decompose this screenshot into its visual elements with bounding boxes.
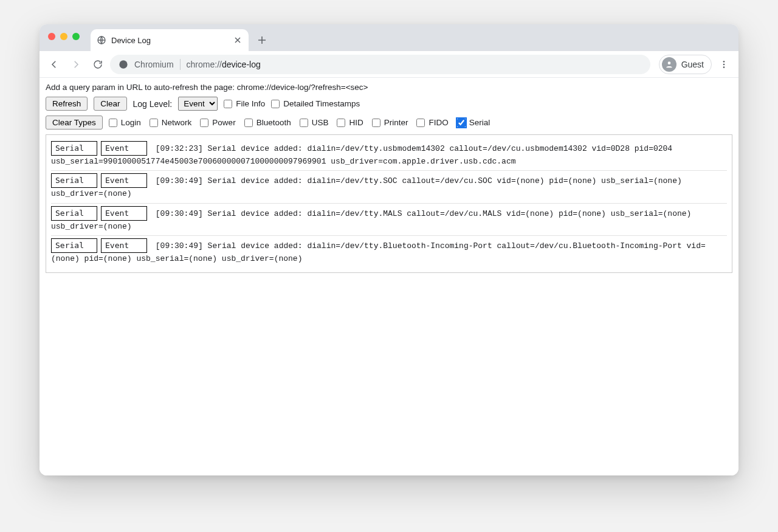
tab-strip: Device Log bbox=[40, 24, 738, 51]
window-maximize-button[interactable] bbox=[72, 33, 80, 40]
profile-label: Guest bbox=[681, 60, 704, 69]
type-checkbox-serial[interactable]: Serial bbox=[457, 118, 491, 127]
log-level-select[interactable]: Event bbox=[178, 97, 218, 111]
type-checkbox-text-hid: HID bbox=[349, 118, 363, 127]
avatar-icon bbox=[662, 57, 676, 72]
type-checkbox-login[interactable]: Login bbox=[109, 118, 141, 127]
refresh-button[interactable]: Refresh bbox=[46, 97, 88, 111]
log-entry: SerialEvent [09:30:49] Serial device add… bbox=[51, 170, 727, 202]
type-checkbox-printer[interactable]: Printer bbox=[372, 118, 408, 127]
log-entry: SerialEvent [09:30:49] Serial device add… bbox=[51, 235, 727, 268]
log-category-tag: Serial bbox=[51, 141, 97, 156]
svg-point-3 bbox=[723, 61, 725, 63]
type-checkbox-input-bluetooth[interactable] bbox=[244, 119, 253, 127]
type-checkbox-group: LoginNetworkPowerBluetoothUSBHIDPrinterF… bbox=[109, 118, 490, 127]
site-label: Chromium bbox=[134, 60, 174, 69]
svg-point-2 bbox=[667, 61, 670, 64]
svg-point-1 bbox=[119, 60, 127, 68]
type-checkbox-text-fido: FIDO bbox=[429, 118, 448, 127]
log-level-label: Log Level: bbox=[133, 99, 173, 109]
tab-title: Device Log bbox=[111, 36, 228, 45]
type-checkbox-hid[interactable]: HID bbox=[337, 118, 363, 127]
type-checkbox-text-bluetooth: Bluetooth bbox=[256, 118, 291, 127]
type-checkbox-input-serial[interactable] bbox=[457, 119, 466, 127]
address-bar[interactable]: Chromium chrome://device-log bbox=[110, 55, 650, 74]
detailed-timestamps-checkbox[interactable] bbox=[271, 100, 280, 108]
type-checkbox-input-power[interactable] bbox=[200, 119, 208, 127]
log-level-tag: Event bbox=[101, 141, 147, 156]
window-controls bbox=[48, 33, 80, 40]
tab-close-button[interactable] bbox=[233, 35, 243, 45]
type-checkbox-input-fido[interactable] bbox=[416, 119, 425, 127]
omnibox-separator bbox=[180, 59, 181, 70]
browser-tab[interactable]: Device Log bbox=[91, 29, 249, 51]
log-category-tag: Serial bbox=[51, 206, 97, 221]
log-level-tag: Event bbox=[101, 238, 147, 253]
browser-toolbar: Chromium chrome://device-log Guest bbox=[40, 51, 738, 78]
window-minimize-button[interactable] bbox=[60, 33, 67, 40]
log-level-tag: Event bbox=[101, 206, 147, 221]
controls-row-1: Refresh Clear Log Level: Event File Info… bbox=[46, 97, 732, 111]
type-checkbox-network[interactable]: Network bbox=[150, 118, 192, 127]
detailed-timestamps-text: Detailed Timestamps bbox=[283, 99, 360, 108]
type-checkbox-input-network[interactable] bbox=[150, 119, 158, 127]
log-panel: SerialEvent [09:32:23] Serial device add… bbox=[46, 134, 732, 273]
kebab-menu-button[interactable] bbox=[714, 55, 734, 74]
log-category-tag: Serial bbox=[51, 173, 97, 188]
type-checkbox-text-usb: USB bbox=[312, 118, 329, 127]
type-checkbox-bluetooth[interactable]: Bluetooth bbox=[244, 118, 291, 127]
back-button[interactable] bbox=[44, 55, 64, 74]
url-path: device-log bbox=[222, 60, 261, 69]
type-checkbox-text-printer: Printer bbox=[384, 118, 408, 127]
forward-button[interactable] bbox=[66, 55, 86, 74]
log-entry: SerialEvent [09:30:49] Serial device add… bbox=[51, 203, 727, 235]
log-entry: SerialEvent [09:32:23] Serial device add… bbox=[51, 139, 727, 170]
window-close-button[interactable] bbox=[48, 33, 55, 40]
log-category-tag: Serial bbox=[51, 238, 97, 253]
type-checkbox-fido[interactable]: FIDO bbox=[416, 118, 448, 127]
page-content: Add a query param in URL to auto-refresh… bbox=[40, 78, 738, 475]
detailed-timestamps-checkbox-label[interactable]: Detailed Timestamps bbox=[271, 99, 360, 108]
globe-icon bbox=[97, 35, 106, 45]
log-message: [09:30:49] Serial device added: dialin=/… bbox=[51, 241, 706, 263]
type-checkbox-text-network: Network bbox=[162, 118, 192, 127]
omnibox-url: chrome://device-log bbox=[187, 60, 261, 69]
site-info-icon[interactable] bbox=[119, 60, 128, 69]
type-checkbox-usb[interactable]: USB bbox=[300, 118, 329, 127]
type-checkbox-input-hid[interactable] bbox=[337, 119, 345, 127]
type-checkbox-input-login[interactable] bbox=[109, 119, 117, 127]
type-checkbox-text-power: Power bbox=[212, 118, 235, 127]
url-scheme: chrome:// bbox=[187, 60, 222, 69]
svg-point-4 bbox=[723, 63, 725, 65]
file-info-checkbox-label[interactable]: File Info bbox=[224, 99, 265, 108]
type-checkbox-power[interactable]: Power bbox=[200, 118, 235, 127]
file-info-checkbox[interactable] bbox=[224, 100, 232, 108]
clear-button[interactable]: Clear bbox=[94, 97, 126, 111]
reload-button[interactable] bbox=[88, 55, 108, 74]
profile-button[interactable]: Guest bbox=[659, 55, 712, 74]
type-checkbox-text-login: Login bbox=[121, 118, 141, 127]
type-checkbox-input-usb[interactable] bbox=[300, 119, 308, 127]
type-checkbox-text-serial: Serial bbox=[469, 118, 491, 127]
auto-refresh-hint: Add a query param in URL to auto-refresh… bbox=[46, 83, 732, 92]
log-level-tag: Event bbox=[101, 173, 147, 188]
controls-row-2: Clear Types LoginNetworkPowerBluetoothUS… bbox=[46, 116, 732, 130]
file-info-text: File Info bbox=[236, 99, 265, 108]
svg-point-5 bbox=[723, 66, 725, 68]
log-message: [09:30:49] Serial device added: dialin=/… bbox=[51, 209, 691, 231]
browser-window: Device Log Chromium c bbox=[40, 24, 738, 475]
type-checkbox-input-printer[interactable] bbox=[372, 119, 380, 127]
new-tab-button[interactable] bbox=[253, 32, 270, 49]
clear-types-button[interactable]: Clear Types bbox=[46, 116, 103, 130]
